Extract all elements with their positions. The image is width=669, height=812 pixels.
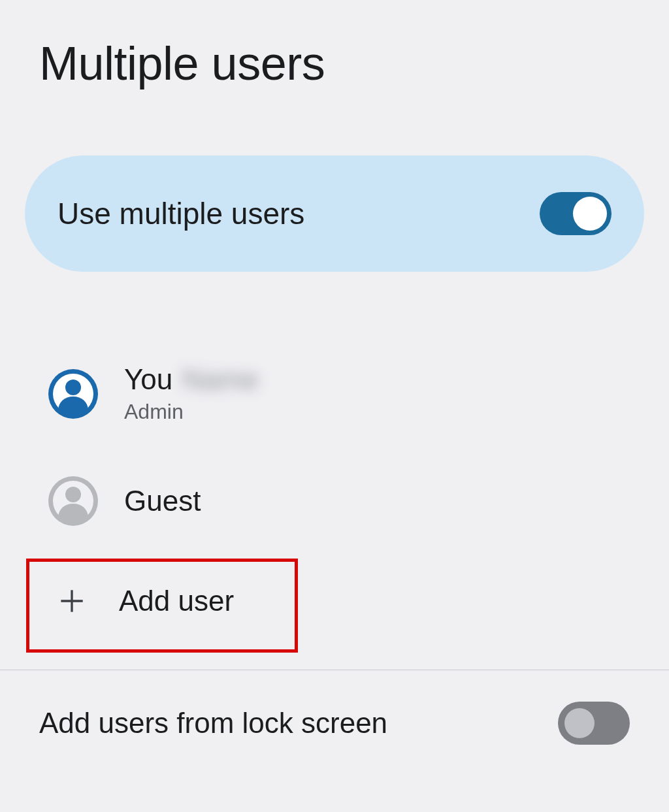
add-users-lock-screen-row: Add users from lock screen [0,670,669,776]
add-user-label: Add user [119,585,234,617]
avatar-icon [48,369,98,419]
user-row-guest[interactable]: Guest [25,450,644,552]
use-multiple-users-card: Use multiple users [25,155,644,272]
add-users-lock-screen-label: Add users from lock screen [39,707,387,739]
user-you-title: You [124,363,172,396]
use-multiple-users-label: Use multiple users [57,196,304,231]
user-you-name-redacted: Name [182,363,258,396]
plus-icon [56,585,88,617]
user-you-subtitle: Admin [124,400,259,424]
user-list: You Name Admin Guest [0,337,669,643]
add-users-lock-screen-toggle[interactable] [558,702,630,745]
avatar-icon [48,476,98,526]
svg-point-5 [65,487,81,502]
use-multiple-users-toggle[interactable] [540,192,612,235]
add-user-button[interactable]: Add user [25,559,644,643]
svg-point-2 [65,380,81,395]
page-title: Multiple users [0,0,669,155]
user-row-you[interactable]: You Name Admin [25,337,644,450]
user-guest-title: Guest [124,485,201,517]
